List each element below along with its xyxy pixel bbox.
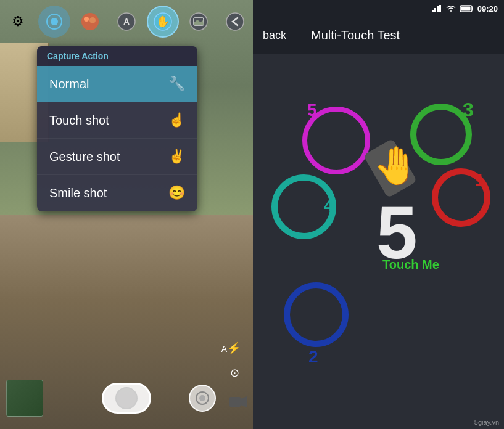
touch-shot-icon: ☝: [168, 112, 185, 128]
touch-circle-2: [284, 282, 349, 347]
signal-icon: [432, 5, 442, 12]
back-arrow-icon[interactable]: [219, 6, 251, 38]
camera-panel: ⚙ A ✋: [0, 0, 253, 429]
thumbnail-preview[interactable]: [6, 380, 43, 417]
svg-point-11: [226, 13, 244, 30]
svg-point-3: [84, 17, 89, 22]
svg-rect-21: [472, 7, 473, 10]
gesture-shot-icon: ✌: [168, 149, 185, 165]
svg-rect-22: [461, 7, 470, 11]
watermark: 5giay.vn: [474, 419, 499, 426]
effects-icon[interactable]: [74, 6, 106, 38]
svg-rect-16: [432, 10, 434, 12]
mode-icon[interactable]: [38, 6, 70, 38]
camera-toolbar: ⚙ A ✋: [0, 0, 253, 43]
touch-number-2: 2: [308, 347, 318, 367]
video-mode-icon[interactable]: [229, 396, 247, 411]
svg-marker-15: [241, 396, 247, 407]
flash-icon[interactable]: A⚡: [221, 341, 241, 355]
smile-shot-label: Smile shot: [49, 186, 107, 200]
multi-touch-panel: 09:20 back Multi-Touch Test 5 Touch Me 5…: [253, 0, 504, 429]
svg-text:✋: ✋: [156, 15, 170, 28]
camera-bottom-controls: [0, 367, 253, 429]
secondary-shutter-button[interactable]: [189, 385, 216, 412]
gallery-icon[interactable]: [183, 6, 215, 38]
touch-number-5: 5: [307, 100, 317, 120]
svg-rect-19: [439, 5, 441, 12]
touch-number-4: 4: [324, 196, 334, 216]
capture-action-icon[interactable]: ✋: [147, 6, 179, 38]
normal-label: Normal: [49, 77, 89, 91]
shutter-button[interactable]: [102, 383, 151, 414]
touch-number-1: 1: [475, 170, 485, 190]
gesture-shot-label: Gesture shot: [49, 150, 120, 164]
right-header: back Multi-Touch Test: [253, 17, 504, 54]
svg-point-13: [199, 395, 205, 401]
menu-item-gesture-shot[interactable]: Gesture shot ✌: [37, 139, 197, 175]
road: [0, 244, 253, 367]
battery-icon: [460, 5, 474, 12]
svg-point-1: [51, 18, 58, 25]
touch-shot-label: Touch shot: [49, 113, 109, 128]
shutter-inner: [115, 387, 138, 409]
settings-icon[interactable]: ⚙: [2, 6, 34, 38]
svg-rect-17: [434, 8, 436, 12]
clock: 09:20: [477, 4, 498, 14]
normal-icon: 🔧: [168, 76, 185, 92]
back-button[interactable]: back: [263, 29, 286, 42]
menu-item-touch-shot[interactable]: Touch shot ☝: [37, 102, 197, 139]
svg-text:A: A: [123, 17, 130, 27]
capture-action-menu: Capture Action Normal 🔧 Touch shot ☝ Ges…: [37, 46, 197, 211]
menu-item-normal[interactable]: Normal 🔧: [37, 66, 197, 102]
wifi-icon: [445, 5, 456, 12]
touch-number-3: 3: [463, 99, 474, 121]
hand-icon: 🤚: [373, 144, 419, 187]
svg-rect-18: [437, 6, 439, 12]
menu-item-smile-shot[interactable]: Smile shot 😊: [37, 175, 197, 211]
touch-me-text: Touch Me: [382, 258, 439, 272]
touch-canvas[interactable]: 5 Touch Me 5 3 4 1 2 🤚: [253, 54, 504, 429]
smile-shot-icon: 😊: [168, 185, 185, 201]
auto-icon[interactable]: A: [110, 6, 143, 38]
capture-menu-title: Capture Action: [37, 46, 197, 66]
status-bar: 09:20: [253, 0, 504, 17]
multi-touch-title: Multi-Touch Test: [311, 28, 400, 43]
svg-point-4: [89, 17, 96, 23]
svg-rect-14: [229, 397, 241, 407]
